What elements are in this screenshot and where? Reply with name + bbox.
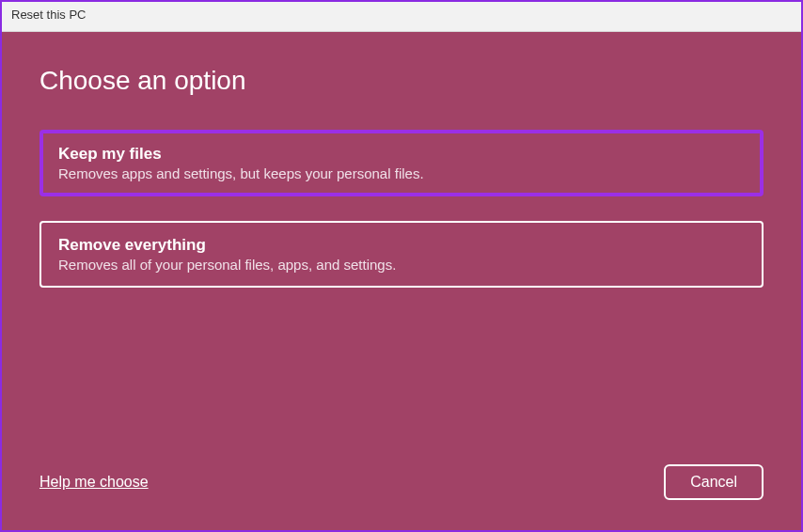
page-heading: Choose an option	[39, 66, 764, 96]
help-me-choose-link[interactable]: Help me choose	[39, 474, 149, 491]
option-keep-my-files[interactable]: Keep my files Removes apps and settings,…	[39, 130, 764, 196]
reset-pc-window: Reset this PC Choose an option Keep my f…	[0, 0, 803, 532]
option-title: Remove everything	[58, 236, 745, 255]
footer: Help me choose Cancel	[39, 464, 764, 508]
option-description: Removes apps and settings, but keeps you…	[58, 165, 745, 181]
option-description: Removes all of your personal files, apps…	[58, 257, 745, 273]
window-titlebar: Reset this PC	[2, 2, 801, 32]
option-remove-everything[interactable]: Remove everything Removes all of your pe…	[39, 221, 764, 288]
content-area: Choose an option Keep my files Removes a…	[2, 32, 801, 530]
cancel-button[interactable]: Cancel	[664, 464, 764, 500]
option-title: Keep my files	[58, 145, 745, 164]
window-title: Reset this PC	[11, 8, 86, 22]
